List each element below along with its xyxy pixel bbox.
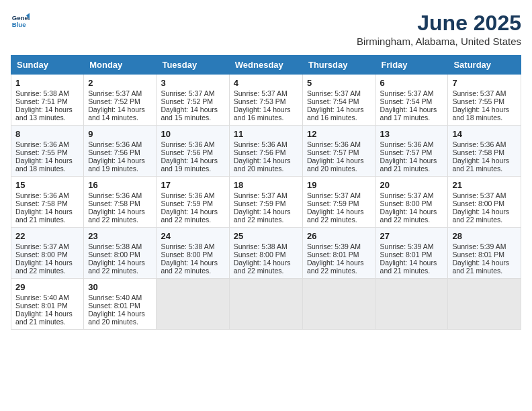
cell-line: Sunset: 7:53 PM [234, 97, 298, 105]
day-number: 21 [452, 180, 517, 190]
cell-line: Sunset: 7:56 PM [161, 148, 224, 156]
cell-line: Sunrise: 5:36 AM [15, 191, 79, 199]
day-number: 17 [161, 180, 224, 190]
cell-line: Sunset: 7:59 PM [234, 199, 298, 208]
cell-line: Sunrise: 5:36 AM [380, 140, 444, 148]
calendar-table: SundayMondayTuesdayWednesdayThursdayFrid… [11, 55, 521, 330]
calendar-cell: 27Sunrise: 5:39 AMSunset: 8:01 PMDayligh… [375, 228, 448, 279]
cell-line: Sunrise: 5:37 AM [307, 191, 371, 199]
cell-line: Sunrise: 5:37 AM [452, 191, 517, 199]
cell-line: Sunrise: 5:37 AM [380, 89, 444, 97]
calendar-cell: 2Sunrise: 5:37 AMSunset: 7:52 PMDaylight… [84, 75, 157, 126]
month-title: June 2025 [357, 11, 521, 36]
calendar-cell: 14Sunrise: 5:36 AMSunset: 7:58 PMDayligh… [448, 126, 521, 177]
cell-line: and 22 minutes. [15, 267, 79, 275]
cell-line: and 17 minutes. [380, 113, 444, 122]
cell-line: Sunrise: 5:36 AM [15, 140, 79, 148]
cell-line: and 22 minutes. [234, 267, 298, 275]
calendar-cell: 26Sunrise: 5:39 AMSunset: 8:01 PMDayligh… [302, 228, 375, 279]
cell-line: Sunrise: 5:39 AM [380, 242, 444, 250]
cell-line: Daylight: 14 hours [161, 208, 224, 216]
cell-line: and 21 minutes. [452, 267, 517, 275]
calendar-cell: 17Sunrise: 5:36 AMSunset: 7:59 PMDayligh… [157, 177, 229, 228]
cell-line: Daylight: 14 hours [88, 105, 152, 113]
day-number: 29 [15, 282, 79, 292]
cell-line: and 16 minutes. [307, 113, 371, 122]
cell-line: Sunset: 8:00 PM [161, 250, 224, 259]
cell-line: Daylight: 14 hours [161, 259, 224, 267]
calendar-cell: 4Sunrise: 5:37 AMSunset: 7:53 PMDaylight… [229, 75, 302, 126]
cell-line: Sunset: 8:00 PM [234, 250, 298, 259]
cell-line: Sunrise: 5:40 AM [88, 293, 152, 302]
calendar-cell: 1Sunrise: 5:38 AMSunset: 7:51 PMDaylight… [11, 75, 84, 126]
cell-line: Sunset: 8:00 PM [380, 199, 444, 208]
day-header-friday: Friday [375, 56, 448, 75]
day-number: 8 [15, 129, 79, 139]
cell-line: Sunset: 7:52 PM [88, 97, 152, 105]
cell-line: Daylight: 14 hours [161, 156, 224, 165]
day-number: 24 [161, 231, 224, 241]
calendar-cell: 13Sunrise: 5:36 AMSunset: 7:57 PMDayligh… [375, 126, 448, 177]
cell-line: and 22 minutes. [380, 216, 444, 224]
cell-line: Daylight: 14 hours [307, 105, 371, 113]
cell-line: Daylight: 14 hours [234, 105, 298, 113]
cell-line: Sunrise: 5:39 AM [307, 242, 371, 250]
cell-line: Sunrise: 5:38 AM [88, 242, 152, 250]
cell-line: Daylight: 14 hours [15, 105, 79, 113]
cell-line: and 14 minutes. [88, 113, 152, 122]
calendar-cell: 21Sunrise: 5:37 AMSunset: 8:00 PMDayligh… [448, 177, 521, 228]
cell-line: Sunrise: 5:36 AM [88, 191, 152, 199]
calendar-week-row: 8Sunrise: 5:36 AMSunset: 7:55 PMDaylight… [11, 126, 521, 177]
cell-line: and 19 minutes. [88, 165, 152, 173]
day-header-thursday: Thursday [302, 56, 375, 75]
cell-line: Sunrise: 5:37 AM [234, 191, 298, 199]
cell-line: Sunset: 7:51 PM [15, 97, 79, 105]
title-block: June 2025 Birmingham, Alabama, United St… [357, 11, 521, 47]
cell-line: Daylight: 14 hours [234, 156, 298, 165]
logo: General Blue [11, 11, 30, 30]
day-number: 25 [234, 231, 298, 241]
calendar-cell: 7Sunrise: 5:37 AMSunset: 7:55 PMDaylight… [448, 75, 521, 126]
day-number: 6 [380, 78, 444, 88]
calendar-cell: 22Sunrise: 5:37 AMSunset: 8:00 PMDayligh… [11, 228, 84, 279]
day-header-wednesday: Wednesday [229, 56, 302, 75]
cell-line: Sunrise: 5:37 AM [88, 89, 152, 97]
day-number: 3 [161, 78, 224, 88]
cell-line: Daylight: 14 hours [452, 208, 517, 216]
cell-line: Daylight: 14 hours [88, 310, 152, 318]
cell-line: Sunset: 7:55 PM [452, 97, 517, 105]
calendar-cell: 25Sunrise: 5:38 AMSunset: 8:00 PMDayligh… [229, 228, 302, 279]
cell-line: Sunrise: 5:38 AM [234, 242, 298, 250]
cell-line: Sunrise: 5:38 AM [15, 89, 79, 97]
calendar-header-row: SundayMondayTuesdayWednesdayThursdayFrid… [11, 56, 521, 75]
calendar-cell [448, 279, 521, 330]
cell-line: and 15 minutes. [161, 113, 224, 122]
day-header-sunday: Sunday [11, 56, 84, 75]
day-header-tuesday: Tuesday [157, 56, 229, 75]
cell-line: and 22 minutes. [307, 267, 371, 275]
day-number: 10 [161, 129, 224, 139]
calendar-cell: 3Sunrise: 5:37 AMSunset: 7:52 PMDaylight… [157, 75, 229, 126]
cell-line: Daylight: 14 hours [380, 208, 444, 216]
cell-line: and 22 minutes. [161, 216, 224, 224]
day-number: 18 [234, 180, 298, 190]
cell-line: Sunset: 7:55 PM [15, 148, 79, 156]
cell-line: and 22 minutes. [161, 267, 224, 275]
cell-line: and 20 minutes. [234, 165, 298, 173]
cell-line: Daylight: 14 hours [452, 105, 517, 113]
cell-line: and 21 minutes. [452, 165, 517, 173]
day-number: 9 [88, 129, 152, 139]
cell-line: Daylight: 14 hours [88, 156, 152, 165]
cell-line: and 21 minutes. [380, 165, 444, 173]
cell-line: Sunset: 7:58 PM [452, 148, 517, 156]
cell-line: Daylight: 14 hours [380, 156, 444, 165]
cell-line: and 18 minutes. [15, 165, 79, 173]
cell-line: and 22 minutes. [88, 216, 152, 224]
calendar-cell: 29Sunrise: 5:40 AMSunset: 8:01 PMDayligh… [11, 279, 84, 330]
cell-line: and 18 minutes. [452, 113, 517, 122]
cell-line: Daylight: 14 hours [234, 208, 298, 216]
calendar-cell: 28Sunrise: 5:39 AMSunset: 8:01 PMDayligh… [448, 228, 521, 279]
calendar-cell [229, 279, 302, 330]
cell-line: Sunrise: 5:37 AM [15, 242, 79, 250]
cell-line: Sunset: 7:59 PM [161, 199, 224, 208]
